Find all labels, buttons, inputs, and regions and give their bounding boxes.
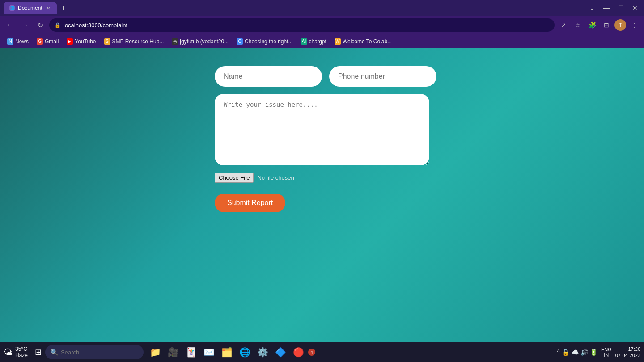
- close-button[interactable]: ✕: [630, 3, 640, 13]
- taskbar-video-button[interactable]: 🎥: [165, 344, 181, 360]
- bookmark-chatgpt-label: chatgpt: [309, 38, 326, 45]
- page-content: Choose File No file chosen Submit Report: [0, 48, 644, 342]
- clock-date: 07-04-2023: [615, 352, 640, 358]
- volume-icon[interactable]: 🔊: [580, 349, 588, 356]
- bookmark-choosing[interactable]: C Choosing the right...: [233, 38, 296, 46]
- taskbar-app3-button[interactable]: 🃏: [183, 344, 199, 360]
- bookmark-chatgpt[interactable]: AI chatgpt: [297, 38, 330, 46]
- name-field[interactable]: [215, 66, 322, 87]
- network2-icon[interactable]: ☁️: [571, 349, 579, 356]
- title-bar: 🌐 Document ✕ + ⌄ — ☐ ✕: [0, 0, 644, 16]
- browser-chrome: 🌐 Document ✕ + ⌄ — ☐ ✕ ← → ↻ 🔒 ↗ ☆ 🧩 ⊟ T…: [0, 0, 644, 48]
- taskbar-search-icon: 🔍: [51, 349, 58, 356]
- bookmark-youtube[interactable]: ▶ YouTube: [63, 38, 99, 46]
- bookmark-github[interactable]: ◎ jgyfutub (vedant20...: [168, 38, 232, 46]
- menu-button[interactable]: ⋮: [628, 19, 640, 31]
- bookmark-youtube-label: YouTube: [75, 38, 96, 45]
- mail-icon: ✉️: [203, 347, 215, 358]
- reload-button[interactable]: ↻: [34, 19, 47, 31]
- file-input-row: Choose File No file chosen: [215, 173, 294, 183]
- taskbar-mail-button[interactable]: ✉️: [201, 344, 217, 360]
- video-icon: 🎥: [168, 347, 179, 358]
- language-indicator: ENGIN: [601, 347, 612, 358]
- weather-widget: 🌤 35°C Haze: [4, 346, 28, 358]
- youtube-favicon: ▶: [67, 38, 73, 45]
- bookmark-github-label: jgyfutub (vedant20...: [180, 38, 229, 45]
- bookmark-colab[interactable]: W Welcome To Colab...: [331, 38, 395, 46]
- edge-icon: 🌐: [239, 347, 250, 358]
- name-phone-row: [215, 66, 429, 87]
- bookmark-smp-label: SMP Resource Hub...: [112, 38, 164, 45]
- tab-title: Document: [18, 5, 42, 11]
- taskbar-search-input[interactable]: [61, 349, 138, 356]
- taskbar-clock: 17:26 07-04-2023: [615, 346, 640, 359]
- back-button[interactable]: ←: [4, 19, 16, 31]
- taskbar-chrome-button[interactable]: ⚙️: [254, 344, 271, 360]
- taskbar-vscode-button[interactable]: 🔷: [272, 344, 288, 360]
- system-tray-icons: ^ 🔒 ☁️ 🔊 🔋: [557, 349, 597, 356]
- weather-icon: 🌤: [4, 347, 13, 358]
- active-tab[interactable]: 🌐 Document ✕: [4, 2, 57, 14]
- submit-report-button[interactable]: Submit Report: [215, 194, 285, 212]
- news-favicon: N: [7, 38, 13, 45]
- weather-condition: Haze: [15, 352, 28, 358]
- new-tab-button[interactable]: +: [59, 3, 68, 13]
- chrome-icon: ⚙️: [257, 347, 268, 358]
- maximize-button[interactable]: ☐: [615, 3, 626, 13]
- choosing-favicon: C: [237, 38, 243, 45]
- taskbar-right-section: ^ 🔒 ☁️ 🔊 🔋 ENGIN 17:26 07-04-2023: [557, 346, 640, 359]
- window-controls: ⌄ — ☐ ✕: [587, 3, 640, 13]
- forward-button[interactable]: →: [19, 19, 31, 31]
- bookmark-news[interactable]: N News: [4, 38, 32, 46]
- issue-textarea[interactable]: [215, 94, 429, 165]
- github-favicon: ◎: [172, 38, 178, 45]
- nav-actions: ↗ ☆ 🧩 ⊟ T ⋮: [557, 19, 640, 31]
- battery-icon[interactable]: 🔋: [590, 349, 597, 356]
- taskbar: 🌤 35°C Haze ⊞ 🔍 📁 🎥 🃏 ✉️ 🗂️ 🌐: [0, 342, 644, 362]
- start-button[interactable]: ⊞: [31, 345, 45, 359]
- share-button[interactable]: ↗: [557, 19, 570, 31]
- address-bar[interactable]: 🔒: [49, 18, 555, 32]
- files-icon: 🗂️: [221, 347, 233, 358]
- file-explorer-icon: 📁: [150, 347, 161, 358]
- profile-button[interactable]: T: [614, 19, 626, 31]
- network-icon[interactable]: 🔒: [562, 349, 569, 356]
- phone-field[interactable]: [329, 66, 436, 87]
- clock-time: 17:26: [615, 346, 640, 352]
- tab-bar: 🌐 Document ✕ +: [4, 2, 587, 14]
- app-extra-icon: 🔴: [293, 347, 304, 358]
- taskbar-app-extra-button[interactable]: 🔴: [290, 344, 306, 360]
- bookmark-gmail-label: Gmail: [45, 38, 59, 45]
- weather-temp: 35°C: [15, 346, 28, 352]
- taskbar-search-bar[interactable]: 🔍: [45, 345, 144, 359]
- taskbar-edge-button[interactable]: 🌐: [237, 344, 253, 360]
- complaint-form: Choose File No file chosen Submit Report: [215, 66, 429, 212]
- gmail-favicon: G: [37, 38, 43, 45]
- tab-favicon: 🌐: [9, 5, 15, 11]
- tab-close-button[interactable]: ✕: [45, 5, 51, 11]
- navigation-bar: ← → ↻ 🔒 ↗ ☆ 🧩 ⊟ T ⋮: [0, 16, 644, 34]
- smp-favicon: S: [104, 38, 110, 45]
- colab-favicon: W: [335, 38, 341, 45]
- taskbar-file-explorer-button[interactable]: 📁: [147, 344, 163, 360]
- bookmarks-bar: N News G Gmail ▶ YouTube S SMP Resource …: [0, 34, 644, 48]
- extensions-button[interactable]: 🧩: [586, 19, 598, 31]
- bookmark-colab-label: Welcome To Colab...: [343, 38, 392, 45]
- taskbar-files-button[interactable]: 🗂️: [219, 344, 235, 360]
- bookmark-smp[interactable]: S SMP Resource Hub...: [101, 38, 168, 46]
- minimize-button[interactable]: —: [601, 3, 612, 13]
- bookmark-gmail[interactable]: G Gmail: [33, 38, 62, 46]
- app3-icon: 🃏: [186, 347, 197, 358]
- sidebar-toggle-button[interactable]: ⊟: [600, 19, 613, 31]
- url-input[interactable]: [64, 22, 549, 29]
- vscode-icon: 🔷: [275, 347, 286, 358]
- no-file-label: No file chosen: [257, 174, 294, 181]
- taskbar-app-icons: 📁 🎥 🃏 ✉️ 🗂️ 🌐 ⚙️ 🔷 🔴 4: [147, 344, 315, 360]
- bookmark-news-label: News: [15, 38, 29, 45]
- chevron-up-icon[interactable]: ^: [557, 349, 560, 356]
- lock-icon: 🔒: [55, 22, 61, 28]
- chatgpt-favicon: AI: [301, 38, 307, 45]
- choose-file-button[interactable]: Choose File: [215, 173, 254, 183]
- bookmark-button[interactable]: ☆: [572, 19, 584, 31]
- history-dropdown-button[interactable]: ⌄: [587, 3, 597, 13]
